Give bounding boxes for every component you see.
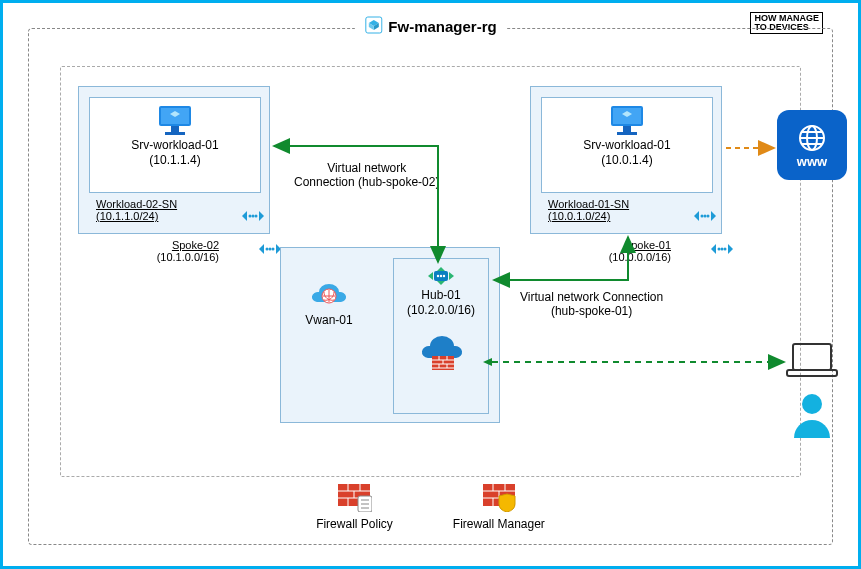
conn-spoke01-label: Virtual network Connection (hub-spoke-01…	[520, 290, 663, 318]
svg-marker-10	[259, 211, 264, 221]
svg-marker-39	[437, 281, 445, 285]
laptop-icon	[783, 340, 841, 385]
svg-marker-30	[728, 244, 733, 254]
svg-point-41	[440, 275, 442, 277]
hub-label: Hub-01	[394, 288, 488, 303]
spoke01-box-label: Spoke-01	[609, 239, 671, 251]
spoke01-subnet-box: Srv-workload-01 (10.0.1.4) Workload-01-S…	[541, 97, 713, 193]
svg-point-11	[249, 215, 252, 218]
svg-point-42	[443, 275, 445, 277]
firewall-policy-icon	[336, 482, 372, 515]
vwan-icon	[309, 299, 349, 313]
legend: Firewall Policy Firewall Manager	[0, 482, 861, 531]
vnet-icon	[259, 242, 281, 259]
firewall-icon	[418, 363, 464, 377]
svg-point-13	[255, 215, 258, 218]
spoke02-box-cidr: (10.1.0.0/16)	[157, 251, 219, 263]
vwan-box: Vwan-01 Hub-01 (10.2.0.0/16)	[280, 247, 500, 423]
legend-firewall-manager: Firewall Manager	[453, 482, 545, 531]
resource-group-title-text: Fw-manager-rg	[388, 18, 496, 35]
svg-point-40	[437, 275, 439, 277]
svg-marker-25	[711, 211, 716, 221]
svg-point-59	[802, 394, 822, 414]
spoke02-subnet-box: Srv-workload-01 (10.1.1.4) Workload-02-S…	[89, 97, 261, 193]
www-icon: www	[777, 110, 847, 180]
svg-marker-24	[694, 211, 699, 221]
svg-marker-29	[711, 244, 716, 254]
spoke02-box-label: Spoke-02	[157, 239, 219, 251]
spoke01-subnet-label: Workload-01-SN	[548, 198, 629, 210]
svg-marker-9	[242, 211, 247, 221]
resource-group-title: Fw-manager-rg	[354, 16, 506, 37]
svg-marker-38	[437, 267, 445, 271]
vm-icon	[542, 104, 712, 138]
firewall-manager-icon	[481, 482, 517, 515]
svg-point-17	[269, 248, 272, 251]
svg-point-12	[252, 215, 255, 218]
svg-point-33	[724, 248, 727, 251]
spoke01-subnet-cidr: (10.0.1.0/24)	[548, 210, 629, 222]
spoke02-subnet-label: Workload-02-SN	[96, 198, 177, 210]
svg-marker-37	[449, 272, 454, 280]
svg-rect-21	[623, 126, 631, 132]
svg-point-31	[718, 248, 721, 251]
svg-point-32	[721, 248, 724, 251]
spoke01-box: Srv-workload-01 (10.0.1.4) Workload-01-S…	[530, 86, 722, 234]
spoke01-box-cidr: (10.0.0.0/16)	[609, 251, 671, 263]
user-icon	[791, 392, 833, 441]
spoke02-box: Srv-workload-01 (10.1.1.4) Workload-02-S…	[78, 86, 270, 234]
spoke01-vm-label: Srv-workload-01	[542, 138, 712, 153]
vwan-label: Vwan-01	[297, 313, 361, 328]
hub-icon	[428, 274, 454, 288]
svg-rect-22	[617, 132, 637, 135]
svg-point-18	[272, 248, 275, 251]
vnet-icon	[694, 209, 716, 226]
spoke02-vm-ip: (10.1.1.4)	[90, 153, 260, 168]
svg-rect-57	[793, 344, 831, 370]
vm-icon	[90, 104, 260, 138]
svg-point-16	[266, 248, 269, 251]
legend-firewall-policy: Firewall Policy	[316, 482, 393, 531]
svg-rect-7	[165, 132, 185, 135]
svg-marker-14	[259, 244, 264, 254]
spoke02-subnet-cidr: (10.1.1.0/24)	[96, 210, 177, 222]
spoke02-vm-label: Srv-workload-01	[90, 138, 260, 153]
svg-point-26	[701, 215, 704, 218]
svg-rect-6	[171, 126, 179, 132]
vnet-icon	[711, 242, 733, 259]
svg-point-28	[707, 215, 710, 218]
hub-box: Hub-01 (10.2.0.0/16)	[393, 258, 489, 414]
vnet-icon	[242, 209, 264, 226]
conn-spoke02-label: Virtual network Connection (hub-spoke-02…	[294, 161, 439, 189]
resource-group-icon	[364, 16, 382, 37]
spoke01-vm-ip: (10.0.1.4)	[542, 153, 712, 168]
hub-cidr: (10.2.0.0/16)	[394, 303, 488, 318]
svg-marker-36	[428, 272, 433, 280]
svg-point-27	[704, 215, 707, 218]
svg-rect-58	[787, 370, 837, 376]
